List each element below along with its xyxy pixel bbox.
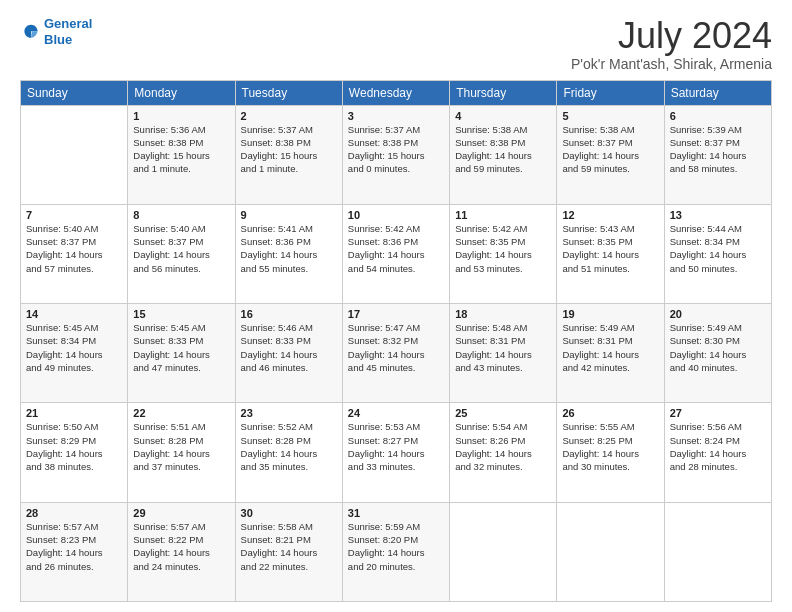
cell-info: Sunrise: 5:50 AMSunset: 8:29 PMDaylight:… (26, 420, 122, 473)
cell-info: Sunrise: 5:55 AMSunset: 8:25 PMDaylight:… (562, 420, 658, 473)
calendar-cell: 15Sunrise: 5:45 AMSunset: 8:33 PMDayligh… (128, 304, 235, 403)
calendar-cell: 22Sunrise: 5:51 AMSunset: 8:28 PMDayligh… (128, 403, 235, 502)
day-number: 6 (670, 110, 766, 122)
calendar-cell: 24Sunrise: 5:53 AMSunset: 8:27 PMDayligh… (342, 403, 449, 502)
cell-info: Sunrise: 5:40 AMSunset: 8:37 PMDaylight:… (133, 222, 229, 275)
day-number: 13 (670, 209, 766, 221)
day-header-wednesday: Wednesday (342, 80, 449, 105)
cell-info: Sunrise: 5:40 AMSunset: 8:37 PMDaylight:… (26, 222, 122, 275)
day-header-friday: Friday (557, 80, 664, 105)
cell-info: Sunrise: 5:59 AMSunset: 8:20 PMDaylight:… (348, 520, 444, 573)
calendar-cell: 29Sunrise: 5:57 AMSunset: 8:22 PMDayligh… (128, 502, 235, 601)
cell-info: Sunrise: 5:52 AMSunset: 8:28 PMDaylight:… (241, 420, 337, 473)
day-number: 21 (26, 407, 122, 419)
calendar-page: General Blue July 2024 P'ok'r Mant'ash, … (0, 0, 792, 612)
day-number: 10 (348, 209, 444, 221)
day-number: 15 (133, 308, 229, 320)
cell-info: Sunrise: 5:45 AMSunset: 8:34 PMDaylight:… (26, 321, 122, 374)
calendar-header-row: SundayMondayTuesdayWednesdayThursdayFrid… (21, 80, 772, 105)
calendar-cell (664, 502, 771, 601)
cell-info: Sunrise: 5:44 AMSunset: 8:34 PMDaylight:… (670, 222, 766, 275)
cell-info: Sunrise: 5:39 AMSunset: 8:37 PMDaylight:… (670, 123, 766, 176)
cell-info: Sunrise: 5:41 AMSunset: 8:36 PMDaylight:… (241, 222, 337, 275)
main-title: July 2024 (571, 16, 772, 56)
calendar-cell: 4Sunrise: 5:38 AMSunset: 8:38 PMDaylight… (450, 105, 557, 204)
calendar-cell (450, 502, 557, 601)
calendar-cell: 3Sunrise: 5:37 AMSunset: 8:38 PMDaylight… (342, 105, 449, 204)
day-number: 20 (670, 308, 766, 320)
cell-info: Sunrise: 5:45 AMSunset: 8:33 PMDaylight:… (133, 321, 229, 374)
day-number: 30 (241, 507, 337, 519)
day-number: 4 (455, 110, 551, 122)
day-number: 28 (26, 507, 122, 519)
cell-info: Sunrise: 5:54 AMSunset: 8:26 PMDaylight:… (455, 420, 551, 473)
cell-info: Sunrise: 5:49 AMSunset: 8:30 PMDaylight:… (670, 321, 766, 374)
calendar-cell: 14Sunrise: 5:45 AMSunset: 8:34 PMDayligh… (21, 304, 128, 403)
header: General Blue July 2024 P'ok'r Mant'ash, … (20, 16, 772, 72)
calendar-cell: 17Sunrise: 5:47 AMSunset: 8:32 PMDayligh… (342, 304, 449, 403)
day-number: 8 (133, 209, 229, 221)
day-number: 3 (348, 110, 444, 122)
calendar-cell: 11Sunrise: 5:42 AMSunset: 8:35 PMDayligh… (450, 204, 557, 303)
day-number: 29 (133, 507, 229, 519)
calendar-week-row: 7Sunrise: 5:40 AMSunset: 8:37 PMDaylight… (21, 204, 772, 303)
calendar-cell: 8Sunrise: 5:40 AMSunset: 8:37 PMDaylight… (128, 204, 235, 303)
cell-info: Sunrise: 5:38 AMSunset: 8:38 PMDaylight:… (455, 123, 551, 176)
day-number: 19 (562, 308, 658, 320)
day-number: 18 (455, 308, 551, 320)
cell-info: Sunrise: 5:46 AMSunset: 8:33 PMDaylight:… (241, 321, 337, 374)
calendar-week-row: 28Sunrise: 5:57 AMSunset: 8:23 PMDayligh… (21, 502, 772, 601)
cell-info: Sunrise: 5:37 AMSunset: 8:38 PMDaylight:… (348, 123, 444, 176)
cell-info: Sunrise: 5:42 AMSunset: 8:35 PMDaylight:… (455, 222, 551, 275)
day-number: 24 (348, 407, 444, 419)
calendar-cell: 28Sunrise: 5:57 AMSunset: 8:23 PMDayligh… (21, 502, 128, 601)
day-number: 7 (26, 209, 122, 221)
cell-info: Sunrise: 5:53 AMSunset: 8:27 PMDaylight:… (348, 420, 444, 473)
day-number: 25 (455, 407, 551, 419)
day-number: 5 (562, 110, 658, 122)
cell-info: Sunrise: 5:57 AMSunset: 8:22 PMDaylight:… (133, 520, 229, 573)
logo: General Blue (20, 16, 92, 47)
cell-info: Sunrise: 5:57 AMSunset: 8:23 PMDaylight:… (26, 520, 122, 573)
logo-icon (20, 21, 42, 43)
calendar-cell: 31Sunrise: 5:59 AMSunset: 8:20 PMDayligh… (342, 502, 449, 601)
cell-info: Sunrise: 5:37 AMSunset: 8:38 PMDaylight:… (241, 123, 337, 176)
cell-info: Sunrise: 5:38 AMSunset: 8:37 PMDaylight:… (562, 123, 658, 176)
calendar-cell: 2Sunrise: 5:37 AMSunset: 8:38 PMDaylight… (235, 105, 342, 204)
day-number: 9 (241, 209, 337, 221)
day-header-sunday: Sunday (21, 80, 128, 105)
calendar-cell: 27Sunrise: 5:56 AMSunset: 8:24 PMDayligh… (664, 403, 771, 502)
calendar-cell: 18Sunrise: 5:48 AMSunset: 8:31 PMDayligh… (450, 304, 557, 403)
calendar-cell: 5Sunrise: 5:38 AMSunset: 8:37 PMDaylight… (557, 105, 664, 204)
day-number: 16 (241, 308, 337, 320)
calendar-cell: 1Sunrise: 5:36 AMSunset: 8:38 PMDaylight… (128, 105, 235, 204)
day-number: 12 (562, 209, 658, 221)
day-number: 11 (455, 209, 551, 221)
cell-info: Sunrise: 5:42 AMSunset: 8:36 PMDaylight:… (348, 222, 444, 275)
calendar-cell: 13Sunrise: 5:44 AMSunset: 8:34 PMDayligh… (664, 204, 771, 303)
day-header-saturday: Saturday (664, 80, 771, 105)
day-number: 31 (348, 507, 444, 519)
day-number: 2 (241, 110, 337, 122)
day-number: 14 (26, 308, 122, 320)
day-number: 26 (562, 407, 658, 419)
calendar-cell: 25Sunrise: 5:54 AMSunset: 8:26 PMDayligh… (450, 403, 557, 502)
day-header-thursday: Thursday (450, 80, 557, 105)
day-number: 27 (670, 407, 766, 419)
subtitle: P'ok'r Mant'ash, Shirak, Armenia (571, 56, 772, 72)
cell-info: Sunrise: 5:43 AMSunset: 8:35 PMDaylight:… (562, 222, 658, 275)
calendar-cell (21, 105, 128, 204)
cell-info: Sunrise: 5:56 AMSunset: 8:24 PMDaylight:… (670, 420, 766, 473)
calendar-table: SundayMondayTuesdayWednesdayThursdayFrid… (20, 80, 772, 602)
calendar-week-row: 21Sunrise: 5:50 AMSunset: 8:29 PMDayligh… (21, 403, 772, 502)
calendar-cell: 19Sunrise: 5:49 AMSunset: 8:31 PMDayligh… (557, 304, 664, 403)
calendar-week-row: 1Sunrise: 5:36 AMSunset: 8:38 PMDaylight… (21, 105, 772, 204)
calendar-cell: 23Sunrise: 5:52 AMSunset: 8:28 PMDayligh… (235, 403, 342, 502)
calendar-cell: 7Sunrise: 5:40 AMSunset: 8:37 PMDaylight… (21, 204, 128, 303)
calendar-cell: 20Sunrise: 5:49 AMSunset: 8:30 PMDayligh… (664, 304, 771, 403)
cell-info: Sunrise: 5:48 AMSunset: 8:31 PMDaylight:… (455, 321, 551, 374)
calendar-cell: 9Sunrise: 5:41 AMSunset: 8:36 PMDaylight… (235, 204, 342, 303)
day-number: 17 (348, 308, 444, 320)
calendar-cell: 30Sunrise: 5:58 AMSunset: 8:21 PMDayligh… (235, 502, 342, 601)
logo-text: General Blue (44, 16, 92, 47)
